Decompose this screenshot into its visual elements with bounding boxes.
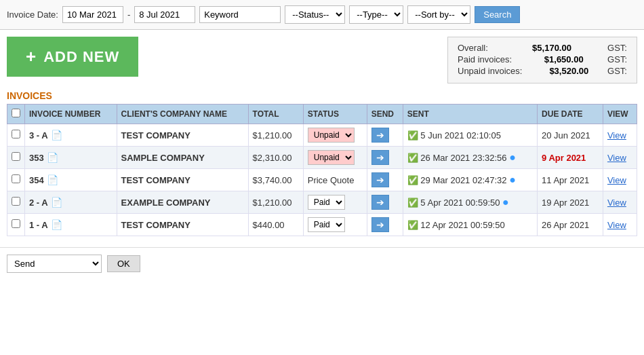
company-name: TEST COMPANY xyxy=(121,130,190,141)
pdf-icon[interactable]: 📄 xyxy=(51,219,62,230)
header-checkbox xyxy=(7,105,25,124)
paid-label: Paid invoices: xyxy=(458,54,512,64)
plus-icon: + xyxy=(26,46,37,67)
send-button[interactable]: ➔ xyxy=(371,195,389,210)
invoices-table: INVOICE NUMBER CLIENT'S COMPANY NAME TOT… xyxy=(7,104,637,236)
row-checkbox[interactable] xyxy=(12,174,20,183)
total-cell: $1,210.00 xyxy=(248,191,303,214)
status-select[interactable]: --Status-- xyxy=(285,5,345,24)
status-cell: Price Quote xyxy=(303,169,367,191)
row-checkbox[interactable] xyxy=(12,130,20,138)
send-button[interactable]: ➔ xyxy=(371,172,389,187)
due-date-cell: 20 Jun 2021 xyxy=(538,124,603,147)
total-cell: $1,210.00 xyxy=(248,124,303,147)
due-date: 11 Apr 2021 xyxy=(542,175,589,185)
invoice-number: 2 - A xyxy=(29,198,48,208)
view-link[interactable]: View xyxy=(607,175,626,185)
unpaid-gst: GST: xyxy=(607,66,627,76)
invoice-number: 1 - A xyxy=(29,220,48,230)
sent-date: 5 Jun 2021 02:10:05 xyxy=(420,130,501,141)
row-checkbox-cell xyxy=(7,214,25,236)
add-new-button[interactable]: + ADD NEW xyxy=(7,37,138,77)
add-new-label: ADD NEW xyxy=(43,48,119,66)
view-link[interactable]: View xyxy=(607,130,626,141)
due-date-cell: 9 Apr 2021 xyxy=(538,147,603,169)
company-name: TEST COMPANY xyxy=(121,220,190,230)
status-cell: Paid xyxy=(303,191,367,214)
company-name-cell: SAMPLE COMPANY xyxy=(117,147,248,169)
view-cell: View xyxy=(603,169,637,191)
row-checkbox[interactable] xyxy=(12,219,20,228)
send-cell: ➔ xyxy=(367,147,403,169)
date-to-input[interactable] xyxy=(134,6,195,23)
total-amount: $440.00 xyxy=(253,220,285,230)
row-checkbox-cell xyxy=(7,147,25,169)
row-checkbox-cell xyxy=(7,124,25,147)
send-button[interactable]: ➔ xyxy=(371,128,389,143)
send-button[interactable]: ➔ xyxy=(371,150,389,165)
paid-amount: $1,650.00 xyxy=(536,54,584,64)
due-date-cell: 26 Apr 2021 xyxy=(538,214,603,236)
filter-bar: Invoice Date: - --Status-- --Type-- --So… xyxy=(0,0,644,30)
pdf-icon[interactable]: 📄 xyxy=(47,152,58,163)
company-name: SAMPLE COMPANY xyxy=(121,153,205,163)
type-select[interactable]: --Type-- xyxy=(349,5,403,24)
pdf-icon[interactable]: 📄 xyxy=(51,197,62,208)
total-cell: $2,310.00 xyxy=(248,147,303,169)
total-cell: $440.00 xyxy=(248,214,303,236)
invoice-number-cell: 353 📄 xyxy=(25,147,117,169)
due-date-cell: 11 Apr 2021 xyxy=(538,169,603,191)
status-dropdown[interactable]: Unpaid xyxy=(308,128,355,143)
view-link[interactable]: View xyxy=(607,198,626,208)
send-button[interactable]: ➔ xyxy=(371,217,389,232)
view-cell: View xyxy=(603,214,637,236)
pdf-icon[interactable]: 📄 xyxy=(51,130,62,141)
invoices-label: INVOICES xyxy=(7,90,637,101)
invoice-number-cell: 2 - A 📄 xyxy=(25,191,117,214)
view-link[interactable]: View xyxy=(607,153,626,163)
search-button[interactable]: Search xyxy=(475,6,520,23)
overall-label: Overall: xyxy=(458,43,488,53)
sort-select[interactable]: --Sort by-- xyxy=(407,5,470,24)
total-cell: $3,740.00 xyxy=(248,169,303,191)
sent-check-icon: ✅ xyxy=(407,220,418,230)
due-date: 20 Jun 2021 xyxy=(542,130,590,141)
status-dropdown[interactable]: Paid xyxy=(308,217,345,232)
sent-cell: ✅ 5 Jun 2021 02:10:05 xyxy=(403,124,537,147)
company-name: TEST COMPANY xyxy=(121,175,190,185)
keyword-input[interactable] xyxy=(199,6,281,23)
header-send: SEND xyxy=(367,105,403,124)
total-amount: $3,740.00 xyxy=(253,175,292,185)
status-dropdown[interactable]: Unpaid xyxy=(308,150,355,165)
view-link[interactable]: View xyxy=(607,220,626,230)
overall-row: Overall: $5,170.00 GST: xyxy=(458,43,627,53)
send-select[interactable]: Send xyxy=(7,255,102,273)
sent-check-icon: ✅ xyxy=(407,130,418,141)
company-name-cell: EXAMPLE COMPANY xyxy=(117,191,248,214)
row-checkbox[interactable] xyxy=(12,197,20,206)
unpaid-row: Unpaid invoices: $3,520.00 GST: xyxy=(458,66,627,76)
sent-check-icon: ✅ xyxy=(407,153,418,163)
header-company-name: CLIENT'S COMPANY NAME xyxy=(117,105,248,124)
header-invoice-number: INVOICE NUMBER xyxy=(25,105,117,124)
status-dropdown[interactable]: Paid xyxy=(308,195,345,210)
send-cell: ➔ xyxy=(367,214,403,236)
send-cell: ➔ xyxy=(367,191,403,214)
view-cell: View xyxy=(603,124,637,147)
row-checkbox-cell xyxy=(7,191,25,214)
status-cell: Unpaid xyxy=(303,124,367,147)
sent-check-icon: ✅ xyxy=(407,175,418,185)
row-checkbox[interactable] xyxy=(12,152,20,161)
select-all-checkbox[interactable] xyxy=(12,109,20,117)
paid-gst: GST: xyxy=(607,54,627,64)
sent-date: 12 Apr 2021 00:59:50 xyxy=(420,220,504,230)
due-date: 19 Apr 2021 xyxy=(542,198,589,208)
unpaid-label: Unpaid invoices: xyxy=(458,66,522,76)
pdf-icon[interactable]: 📄 xyxy=(47,174,58,185)
invoice-number-cell: 1 - A 📄 xyxy=(25,214,117,236)
row-checkbox-cell xyxy=(7,169,25,191)
date-from-input[interactable] xyxy=(62,6,123,23)
date-separator: - xyxy=(127,10,130,20)
ok-button[interactable]: OK xyxy=(107,255,140,272)
due-date: 9 Apr 2021 xyxy=(542,153,586,163)
